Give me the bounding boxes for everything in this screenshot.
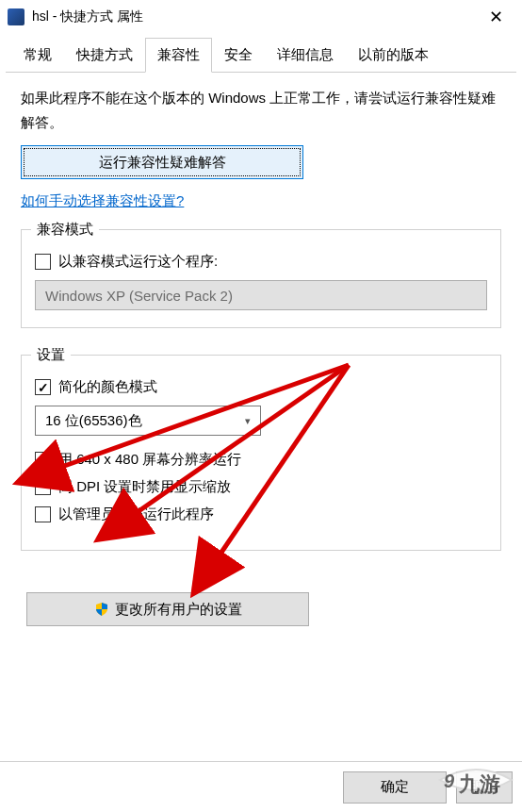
run-as-admin-label: 以管理员身份运行此程序 [58,505,214,523]
watermark-logo: 九游 9 [431,754,520,810]
reduced-color-checkbox[interactable] [35,379,51,395]
tab-general[interactable]: 常规 [11,38,64,72]
compatibility-mode-group: 兼容模式 以兼容模式运行这个程序: Windows XP (Service Pa… [21,229,501,328]
high-dpi-checkbox[interactable] [35,479,51,495]
change-all-users-button[interactable]: 更改所有用户的设置 [26,592,309,626]
run-as-admin-checkbox[interactable] [35,506,51,522]
svg-text:9: 9 [444,771,455,791]
settings-group: 设置 简化的颜色模式 16 位(65536)色 ▾ 用 640 x 480 屏幕… [21,355,501,551]
manual-settings-link[interactable]: 如何手动选择兼容性设置? [21,192,184,210]
color-depth-combo[interactable]: 16 位(65536)色 ▾ [35,406,261,436]
group-legend: 设置 [31,346,71,364]
change-all-users-label: 更改所有用户的设置 [115,601,242,619]
tab-previous-versions[interactable]: 以前的版本 [346,38,441,72]
compat-mode-combo-value: Windows XP (Service Pack 2) [45,288,233,304]
group-legend: 兼容模式 [31,221,99,239]
tab-security[interactable]: 安全 [212,38,265,72]
tab-shortcut[interactable]: 快捷方式 [64,38,145,72]
compat-mode-checkbox[interactable] [35,254,51,270]
shield-icon [94,602,109,617]
compat-mode-checkbox-row[interactable]: 以兼容模式运行这个程序: [35,253,487,271]
high-dpi-label: 高 DPI 设置时禁用显示缩放 [58,478,231,496]
svg-text:九游: 九游 [458,772,500,796]
run-as-admin-row[interactable]: 以管理员身份运行此程序 [35,505,487,523]
tab-details[interactable]: 详细信息 [265,38,346,72]
reduced-color-label: 简化的颜色模式 [58,378,157,396]
resolution-640-row[interactable]: 用 640 x 480 屏幕分辨率运行 [35,451,487,469]
compat-mode-combo: Windows XP (Service Pack 2) ▾ [35,280,487,310]
high-dpi-row[interactable]: 高 DPI 设置时禁用显示缩放 [35,478,487,496]
description-text: 如果此程序不能在这个版本的 Windows 上正常工作，请尝试运行兼容性疑难解答… [21,86,501,134]
resolution-640-checkbox[interactable] [35,452,51,468]
tab-strip: 常规 快捷方式 兼容性 安全 详细信息 以前的版本 [6,34,516,73]
run-troubleshooter-button[interactable]: 运行兼容性疑难解答 [21,145,303,179]
reduced-color-row[interactable]: 简化的颜色模式 [35,378,487,396]
resolution-640-label: 用 640 x 480 屏幕分辨率运行 [58,451,241,469]
tab-content: 如果此程序不能在这个版本的 Windows 上正常工作，请尝试运行兼容性疑难解答… [0,73,522,639]
tab-compatibility[interactable]: 兼容性 [145,38,212,73]
app-icon [8,8,24,25]
close-button[interactable]: ✕ [477,2,514,32]
chevron-down-icon: ▾ [245,415,251,427]
color-depth-value: 16 位(65536)色 [45,412,142,430]
title-bar: hsl - 快捷方式 属性 ✕ [0,0,522,34]
compat-mode-label: 以兼容模式运行这个程序: [58,253,218,271]
window-title: hsl - 快捷方式 属性 [32,8,477,25]
